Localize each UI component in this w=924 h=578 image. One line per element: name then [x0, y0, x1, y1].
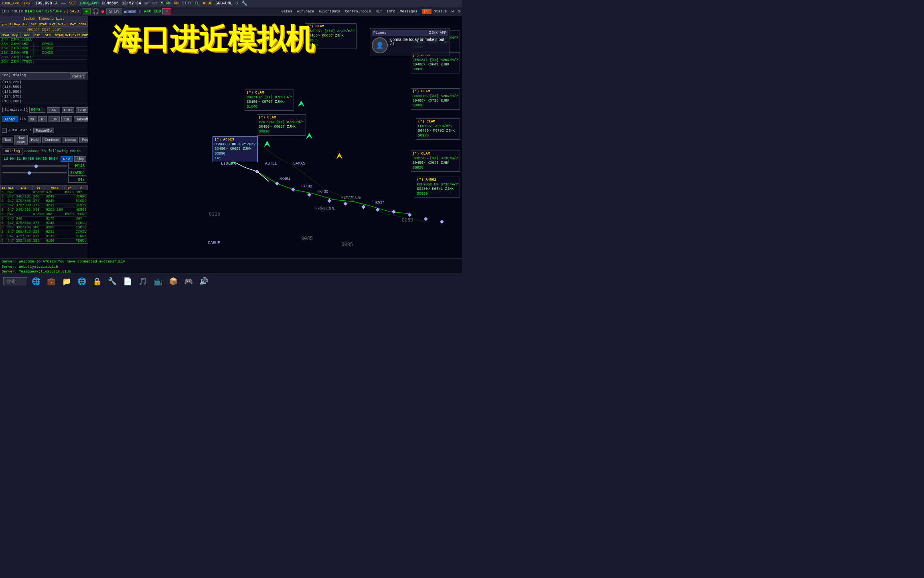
taskbar-icon-10[interactable]: 🎮 [182, 275, 195, 288]
taskbar-icon-4[interactable]: 🔒 [91, 275, 103, 288]
auto-row: Auto Status Pause/Go [0, 127, 88, 134]
route-table-row[interactable]: S047346/291346H201<186HK506 [1, 208, 88, 212]
route-table-row[interactable]: S047379/306377H249BIGRO [1, 199, 88, 204]
slider-row-2 [0, 169, 88, 176]
menu-met[interactable]: MET [375, 10, 384, 14]
rwy13r-btn[interactable]: 13R [49, 116, 60, 122]
accept-btn[interactable]: Accept [2, 116, 18, 122]
menu-controltools[interactable]: ControlTools [345, 10, 373, 14]
auto-checkbox[interactable] [2, 128, 7, 133]
taskbar-icon-0[interactable]: 🌐 [30, 275, 43, 288]
msg-1: Server: Web:flyatcsim.club [2, 265, 460, 270]
taskbar-icon-1[interactable]: 💼 [45, 275, 58, 288]
table-row[interactable]: ZSP ZJHK NXD DOMGO [0, 47, 89, 51]
menu-airspace[interactable]: AirSpace [297, 10, 316, 14]
route-table-row[interactable]: S047380/284380H206ISBIG [1, 226, 88, 230]
rwy10-btn[interactable]: 10 [38, 116, 47, 122]
sq-display[interactable]: 6420 [67, 9, 81, 14]
menu-4-badge[interactable]: [4] [422, 9, 432, 14]
rwy13l-btn[interactable]: 13L [61, 116, 72, 122]
lineup-btn[interactable]: Lineup [63, 137, 78, 142]
col-spad: S/Pad [57, 22, 69, 27]
emg-btn[interactable]: EMG [47, 107, 60, 113]
route-table-row[interactable]: S047379/308379H231GIVIV [1, 204, 88, 208]
taskbar-icon-2[interactable]: 📁 [60, 275, 73, 288]
skip-btn[interactable]: Skip [74, 156, 86, 162]
push-btn[interactable]: Push [79, 137, 88, 142]
coord-4: (124.575) [0, 94, 88, 99]
route-cell-ias: 346/281 [15, 195, 32, 199]
route-table-row[interactable]: S047371/301371H132NIKUK [1, 234, 88, 239]
cell-sie [33, 42, 41, 47]
new-route-btn[interactable]: New route [14, 135, 28, 144]
route-cell-f: NIKUK [75, 234, 88, 239]
sq-input[interactable] [29, 107, 45, 113]
alt-slider-2[interactable] [2, 172, 67, 173]
alt-input-3[interactable] [68, 177, 86, 183]
route-table-row[interactable]: S047355/288355H186PEGDU [1, 239, 88, 243]
alt-input-1[interactable] [68, 163, 86, 169]
table-row[interactable]: ZHH ZJHK LIDLU [0, 38, 89, 42]
holding-box[interactable]: Holding [2, 148, 23, 155]
close-icd-btn[interactable]: ✕ [162, 8, 171, 14]
stby-btn2[interactable]: StBy [76, 107, 88, 113]
taskbar-icon-8[interactable]: 📺 [152, 275, 164, 288]
route-table-row[interactable]: S047386/313386H231GIVIV [1, 230, 88, 234]
route-table-row[interactable]: S0470°310382H186PEGDU [1, 212, 88, 217]
plus-btn[interactable]: + [83, 8, 91, 14]
menu-s[interactable]: S [458, 10, 460, 14]
taskbar-icon-7[interactable]: 🎵 [136, 275, 149, 288]
taskbar-icon-6[interactable]: 📄 [121, 275, 134, 288]
menu-flightdata[interactable]: FlightData [319, 10, 342, 14]
taskbar-icon-3[interactable]: 🌐 [75, 275, 88, 288]
menu-messages[interactable]: Messages [400, 10, 419, 14]
menu-gates[interactable]: Gates [282, 10, 294, 14]
takeoff-btn[interactable]: Takeoff [74, 116, 88, 122]
route-table-row[interactable]: S047375/304375H143LIDLU [1, 221, 88, 226]
continue-btn[interactable]: Continue [42, 137, 61, 142]
cell-arr: NXD [20, 47, 33, 51]
table-row[interactable]: ZSN ZJHK SHZ DOMGO [0, 42, 89, 47]
rdd-btn[interactable]: RDD [62, 107, 75, 113]
slider-thumb-2[interactable] [28, 171, 31, 175]
cell-pad: ZBH [0, 60, 10, 64]
route-cell-st: S [1, 208, 7, 212]
alt-slider-1[interactable] [2, 165, 67, 167]
menu-info[interactable]: Info [387, 10, 397, 14]
restart-btn[interactable]: Restart [70, 73, 86, 79]
col-arr: Arr [21, 22, 30, 27]
dialog-title-bar: ing) dialog Restart [0, 73, 88, 80]
route-cell-st: S [1, 239, 7, 243]
next-btn[interactable]: Next [61, 156, 73, 162]
sq-label: SQ [23, 108, 28, 112]
route-table-row[interactable]: S047346/281346H249BIGRO [1, 195, 88, 199]
route-table-row[interactable]: S047346H175BHY [1, 217, 88, 221]
route-table-row[interactable]: S0470°300370H175BHY [1, 190, 88, 195]
svg-line-8 [386, 214, 406, 218]
alt-input-2[interactable] [68, 170, 86, 176]
taskbar-icon-11[interactable]: 🔊 [197, 275, 210, 288]
slider-thumb-1[interactable] [34, 165, 38, 168]
rwy09-btn[interactable]: 09 [28, 116, 36, 122]
taxi-btn[interactable]: Taxi [2, 137, 13, 142]
pause-go-btn[interactable]: Pause/Go [33, 128, 54, 133]
route-cell-ias [15, 212, 32, 217]
table-row[interactable]: ZSK ZJHK HFE DOMGO [0, 51, 89, 55]
table-row[interactable]: ZBH ZJHK LIDLU [0, 55, 89, 60]
sector-inbound-header: Sector Inbound List [0, 16, 88, 22]
taskbar-search[interactable] [3, 277, 27, 285]
menu-m[interactable]: M [452, 10, 456, 14]
table-row[interactable]: ZBH ZJHK VTR05 [0, 60, 89, 64]
hold-btn[interactable]: Hold [29, 137, 41, 142]
sector-0115: 0115 [209, 212, 221, 217]
svg-marker-32 [440, 220, 444, 224]
simulate-checkbox[interactable] [2, 108, 3, 112]
dialog-sep-3 [0, 146, 88, 147]
taskbar-icon-9[interactable]: 📦 [167, 275, 180, 288]
slider-row-1 [0, 163, 88, 169]
menu-status[interactable]: Status [434, 10, 449, 14]
stby-btn[interactable]: STBY [106, 8, 122, 14]
hk537-label: HK537 [374, 200, 385, 205]
taskbar-icon-5[interactable]: 🔧 [106, 275, 119, 288]
route-cell-gs: 371 [32, 234, 45, 239]
